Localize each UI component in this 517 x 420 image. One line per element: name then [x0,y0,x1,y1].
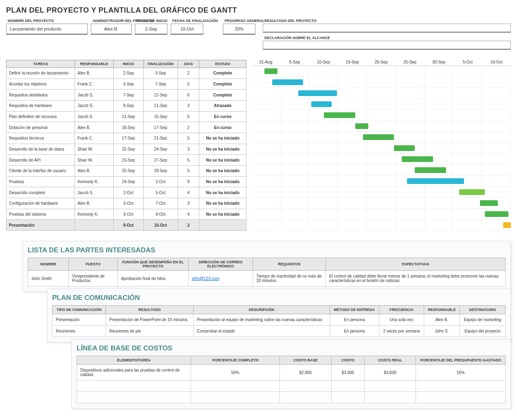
task-name: Dotación de personal [7,122,75,133]
task-start: 3-Sep [113,79,143,90]
gantt-row [251,88,511,99]
c-desc: Comprobar el estado [194,326,330,337]
c-result: Presentación de PowerPoint de 15 minutos [106,314,194,326]
task-start: 9-Sep [113,100,143,111]
task-status: No se ha iniciado [199,155,246,166]
c-type: Reuniones [53,326,106,337]
task-status: No se ha iniciado [199,165,246,176]
task-name: Desarrollo completo [7,187,75,198]
task-end: 2-Oct [143,176,178,187]
cost-row-empty [77,381,506,392]
task-days: 2 [178,68,199,79]
task-row: Requisitos de hardware Jacob S. 9-Sep 11… [7,100,246,111]
task-name: Acordar los objetivos [7,79,75,90]
task-row: Cliente de la interfaz de usuario Alex B… [7,165,246,176]
task-row: Desarrollo de API Shari W. 23-Sep 27-Sep… [7,155,246,166]
gantt-bar [298,90,337,96]
gantt-bar [480,200,498,206]
gantt-date: 30-Sep [425,60,453,64]
page-title: PLAN DEL PROYECTO Y PLANTILLA DEL GRÁFIC… [6,6,511,15]
task-status: Atrasado [199,100,246,111]
c-desc: Presentación al equipo de marketing sobr… [194,314,330,326]
sh-name: NOMBRE [28,258,69,271]
task-start: 2-Oct [113,187,143,198]
task-days: 2 [178,220,199,231]
cost-cost: $3,500 [331,365,364,381]
task-days: 3 [178,100,199,111]
task-status: En curso [199,122,246,133]
header-row: NOMBRE DEL PROYECTO Lanzamiento del prod… [6,18,511,50]
gantt-chart: 31-Aug5-Sep10-Sep15-Sep20-Sep25-Sep30-Se… [251,60,511,231]
task-row: Definir la reunión de lanzamiento Alex B… [7,68,246,79]
gantt-bar [311,101,332,107]
task-start: 5-Oct [113,198,143,209]
project-name-value: Lanzamiento del producto [6,24,88,35]
task-days: 5 [178,79,199,90]
task-status: Completo [199,79,246,90]
task-days: 5 [178,155,199,166]
task-end: 7-Sep [143,79,178,90]
task-days: 5 [178,165,199,176]
cost-pct: 50% [191,365,280,381]
task-name: Pruebas del sistema [7,209,75,220]
sh-exp: El control de calidad debe llevar menos … [326,271,506,287]
task-owner: Jacob S. [75,100,114,111]
task-status: No se ha iniciado [199,198,246,209]
task-owner: Kennedy K. [75,176,114,187]
task-status: No se ha iniciado [199,144,246,155]
task-start: 2-Sep [113,68,143,79]
task-start: 17-Sep [113,133,143,144]
cost-budget: 15% [416,365,506,381]
ch-result: RESULTADO [106,306,194,314]
cost-row: Dispositivos adicionales para las prueba… [77,365,506,381]
task-owner: Alex B. [75,68,114,79]
task-status: Completo [199,90,246,101]
task-row: Configuración de hardware Alex B. 5-Oct … [7,198,246,209]
progress-label: PROGRESO GENERAL [223,18,255,24]
gantt-bar [324,112,355,118]
th-task: TAREAS [7,60,75,68]
task-days: 3 [178,198,199,209]
c-method: En persona [330,326,379,337]
task-days: 6 [178,90,199,101]
sh-name: John Smith [28,271,69,287]
gantt-row [251,220,511,231]
task-row: Pruebas Kennedy K. 24-Sep 2-Oct 9 No se … [7,176,246,187]
scope-input[interactable] [263,41,511,50]
th-owner: RESPONSABLE [75,60,114,68]
gantt-row [251,99,511,110]
cost-table: ELEMENTO/TAREA PORCENTAJE COMPLETO COSTO… [77,356,506,403]
c-method: En persona [330,314,379,326]
cost-section: LÍNEA DE BASE DE COSTOS ELEMENTO/TAREA P… [71,339,511,409]
comm-row: Presentación Presentación de PowerPoint … [53,314,506,326]
task-end: 15-Sep [143,111,178,122]
c-dest: Equipo del proyecto [460,326,506,337]
task-start: 11-Sep [113,111,143,122]
ch-freq: FRECUENCIA [379,306,424,314]
cs-budget: PORCENTAJE DEL PRESUPUESTO GASTADO [416,356,506,365]
result-input[interactable] [263,24,511,33]
cs-cost: COSTO [331,356,364,365]
project-name-label: NOMBRE DEL PROYECTO [6,18,88,24]
start-date-label: FECHA DE INICIO [135,18,167,24]
task-start: 24-Sep [113,176,143,187]
c-type: Presentación [53,314,106,326]
gantt-row [251,154,511,165]
task-owner [75,220,114,231]
task-days: 2 [178,122,199,133]
gantt-bar [363,134,394,140]
ch-method: MÉTODO DE ENTREGA [330,306,379,314]
cs-pct: PORCENTAJE COMPLETO [191,356,280,365]
task-end: 24-Sep [143,144,178,155]
gantt-row [251,209,511,220]
task-row: Requisitos detallados Jacob S. 7-Sep 12-… [7,90,246,101]
task-name: Presentación [7,220,75,231]
th-status: ESTADO [199,60,246,68]
sh-func: FUNCIÓN QUE DESEMPEÑA EN EL PROYECTO [118,258,189,271]
task-name: Desarrollo de la base de datos [7,144,75,155]
th-days: DÍAS [178,60,199,68]
stakeholders-title: LISTA DE LAS PARTES INTERESADAS [28,246,506,254]
sh-email: DIRECCIÓN DE CORREO ELECTRÓNICO [188,258,253,271]
task-row: Pruebas del sistema Kennedy K. 6-Oct 9-O… [7,209,246,220]
end-date-value: 10-Oct [171,24,203,35]
